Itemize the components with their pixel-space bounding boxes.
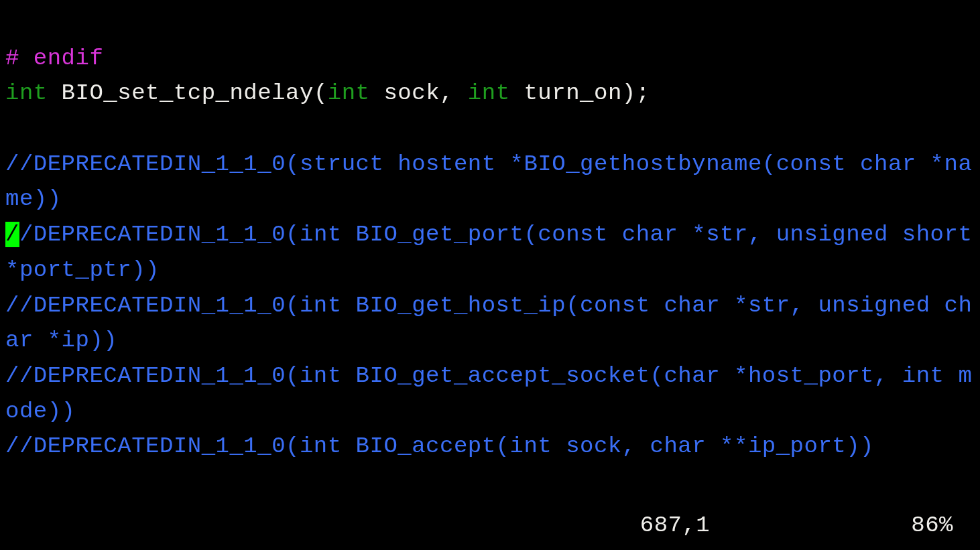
func-decl-mid-a: BIO_set_tcp_ndelay( (48, 80, 328, 106)
status-line: 687,186% (612, 473, 980, 543)
preproc-hash: # (5, 46, 34, 71)
type-int-3: int (468, 80, 510, 106)
type-int-1: int (5, 80, 48, 106)
comment-line-3: //DEPRECATEDIN_1_1_0(int BIO_get_host_ip… (5, 293, 972, 354)
func-decl-end: turn_on); (510, 80, 650, 106)
func-decl-mid-b: sock, (370, 80, 468, 106)
comment-line-2: /DEPRECATEDIN_1_1_0(int BIO_get_port(con… (5, 222, 980, 283)
comment-line-4: //DEPRECATEDIN_1_1_0(int BIO_get_accept_… (5, 363, 972, 424)
scroll-percent: 86% (911, 512, 953, 538)
preproc-endif: endif (34, 46, 104, 71)
comment-line-5: //DEPRECATEDIN_1_1_0(int BIO_accept(int … (5, 433, 874, 459)
comment-line-1: //DEPRECATEDIN_1_1_0(struct hostent *BIO… (5, 151, 972, 212)
cursor: / (5, 222, 19, 247)
cursor-position: 687,1 (640, 512, 711, 538)
editor-content[interactable]: # endif int BIO_set_tcp_ndelay(int sock,… (5, 5, 975, 464)
type-int-2: int (328, 80, 370, 106)
